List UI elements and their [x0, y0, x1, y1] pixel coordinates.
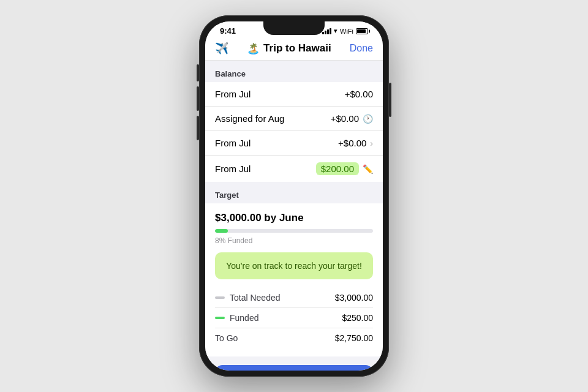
table-row: From Jul +$0.00 ›	[205, 131, 383, 156]
status-time: 9:41	[220, 26, 236, 36]
row-label-2: Assigned for Aug	[215, 113, 284, 124]
stats-label-togo: To Go	[215, 333, 238, 343]
table-row: From Jul $200.00 ✏️	[205, 156, 383, 182]
stats-row-total: Total Needed $3,000.00	[215, 288, 373, 308]
nav-title: 🏝️ Trip to Hawaii	[247, 42, 331, 55]
phone-screen: 9:41 ▾ WiFi ✈️ 🏝️ Trip to Hawaii	[205, 21, 383, 371]
title-emoji: 🏝️	[247, 42, 260, 55]
row-value-1: +$0.00	[345, 89, 373, 99]
edit-icon[interactable]: ✏️	[363, 164, 373, 174]
done-button[interactable]: Done	[350, 43, 373, 54]
funded-dot	[215, 317, 225, 319]
row-label-1: From Jul	[215, 89, 251, 99]
row-value-2: +$0.00 🕐	[331, 113, 373, 124]
funded-label-text: Funded	[230, 313, 258, 323]
progress-bar-background	[215, 229, 373, 233]
battery-icon	[356, 28, 368, 34]
togo-label: To Go	[215, 333, 238, 343]
balance-section-header: Balance	[205, 61, 383, 82]
amount-badge[interactable]: $200.00	[316, 162, 359, 175]
wifi-icon: ▾	[334, 27, 337, 35]
edit-target-button[interactable]: Edit Target	[215, 365, 373, 371]
stats-row-funded: Funded $250.00	[215, 308, 373, 328]
target-card: $3,000.00 by June 8% Funded You're on tr…	[205, 203, 383, 356]
on-track-message: You're on track to reach your target!	[215, 252, 373, 279]
scroll-content[interactable]: Balance From Jul +$0.00 Assigned for Aug…	[205, 61, 383, 371]
funded-value: $250.00	[342, 313, 373, 323]
clock-icon[interactable]: 🕐	[363, 114, 373, 124]
row-label-3: From Jul	[215, 138, 251, 148]
notch	[263, 21, 325, 35]
wifi-symbol: WiFi	[340, 28, 353, 35]
row-value-4: $200.00 ✏️	[316, 162, 373, 175]
funded-label: 8% Funded	[215, 236, 373, 245]
total-needed-dot	[215, 296, 225, 299]
row-value-3[interactable]: +$0.00 ›	[338, 138, 373, 148]
phone-frame: 9:41 ▾ WiFi ✈️ 🏝️ Trip to Hawaii	[199, 15, 389, 377]
status-icons: ▾ WiFi	[322, 27, 368, 35]
row-label-4: From Jul	[215, 164, 251, 174]
table-row: From Jul +$0.00	[205, 82, 383, 107]
chevron-right-icon[interactable]: ›	[370, 138, 373, 148]
nav-bar: ✈️ 🏝️ Trip to Hawaii Done	[205, 38, 383, 61]
balance-card: From Jul +$0.00 Assigned for Aug +$0.00 …	[205, 82, 383, 182]
total-needed-value: $3,000.00	[335, 293, 373, 303]
stats-row-togo: To Go $2,750.00	[215, 328, 373, 348]
target-section-header: Target	[205, 182, 383, 203]
edit-btn-container: Edit Target	[205, 356, 383, 371]
table-row: Assigned for Aug +$0.00 🕐	[205, 107, 383, 131]
stats-label-total: Total Needed	[215, 293, 281, 303]
togo-value: $2,750.00	[335, 333, 373, 343]
target-amount: $3,000.00 by June	[215, 212, 373, 224]
progress-bar-fill	[215, 229, 228, 233]
back-icon[interactable]: ✈️	[215, 42, 228, 55]
stats-label-funded: Funded	[215, 313, 258, 323]
total-needed-label: Total Needed	[230, 293, 281, 303]
